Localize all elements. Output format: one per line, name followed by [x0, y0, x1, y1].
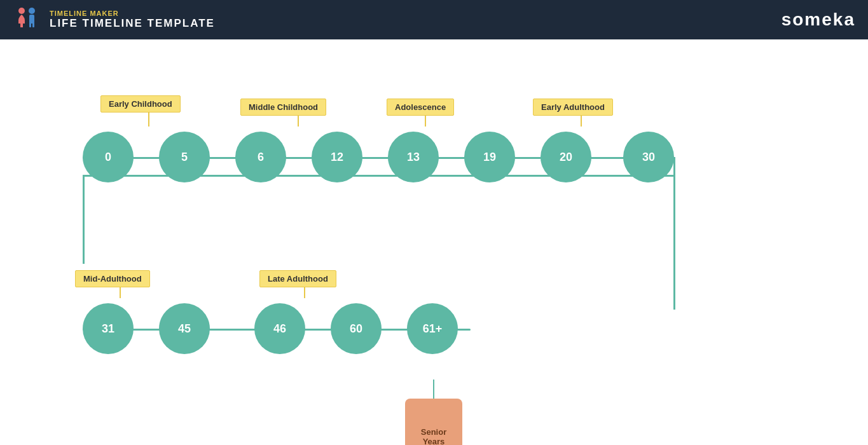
svg-point-1: [29, 8, 35, 14]
label-early-childhood: Early Childhood: [100, 95, 181, 127]
label-early-adulthood: Early Adulthood: [533, 95, 613, 127]
senior-vline: [433, 380, 434, 399]
svg-point-0: [18, 8, 25, 14]
svg-rect-3: [29, 22, 31, 27]
header-left: TIMELINE MAKER LIFE TIMELINE TEMPLATE: [13, 6, 215, 34]
timeline-row1: Early Childhood Middle Childhood Adolesc…: [38, 90, 738, 217]
page-title: LIFE TIMELINE TEMPLATE: [50, 17, 215, 30]
logo: someka: [782, 10, 855, 30]
header: TIMELINE MAKER LIFE TIMELINE TEMPLATE so…: [0, 0, 868, 39]
node-60: 60: [331, 303, 382, 354]
node-46: 46: [254, 303, 305, 354]
node-61plus: 61+: [407, 303, 458, 354]
brand-label: TIMELINE MAKER: [50, 10, 215, 17]
main-content: Early Childhood Middle Childhood Adolesc…: [0, 39, 868, 445]
label-line-1: [148, 113, 149, 127]
svg-rect-2: [29, 15, 34, 24]
senior-years-box: Senior Years: [405, 399, 462, 445]
node-45: 45: [159, 303, 210, 354]
people-icon: [13, 6, 41, 34]
label-middle-childhood: Middle Childhood: [240, 95, 326, 127]
header-titles: TIMELINE MAKER LIFE TIMELINE TEMPLATE: [50, 10, 215, 30]
connector-right-vert: [673, 157, 675, 310]
label-adolescence: Adolescence: [387, 95, 454, 127]
svg-rect-4: [32, 22, 34, 27]
connector-left-vert: [83, 175, 85, 264]
connector-horiz-bottom: [83, 175, 675, 177]
label-late-adulthood: Late Adulthood: [259, 267, 336, 298]
label-mid-adulthood: Mid-Adulthood: [75, 267, 150, 298]
timeline-row2: Mid-Adulthood Late Adulthood 31 45 46 60…: [38, 262, 547, 389]
node-31: 31: [83, 303, 134, 354]
